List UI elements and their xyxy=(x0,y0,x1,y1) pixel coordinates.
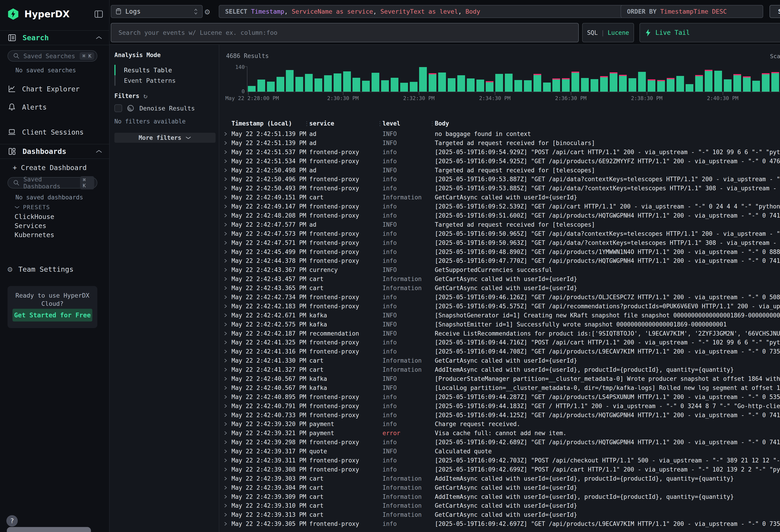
table-row[interactable]: May 22 2:42:50.498 PMadINFOTargeted ad r… xyxy=(220,166,780,175)
table-row[interactable]: May 22 2:42:41.330 PMcartInformationGetC… xyxy=(220,356,780,365)
order-by-input[interactable]: ORDER BY TimestampTime DESC xyxy=(621,5,763,18)
histogram-bar[interactable] xyxy=(771,73,779,92)
histogram-bar[interactable] xyxy=(629,78,636,92)
histogram-bar[interactable] xyxy=(495,74,503,92)
histogram-bar[interactable] xyxy=(552,80,560,92)
table-row[interactable]: May 22 2:42:50.493 PMfrontend-proxyinfo[… xyxy=(220,184,780,193)
histogram-bar[interactable] xyxy=(648,81,655,92)
denoise-checkbox[interactable] xyxy=(114,104,122,112)
histogram-bar[interactable] xyxy=(352,78,360,92)
column-resize-handle[interactable]: ⋮ xyxy=(429,120,435,127)
histogram-bar[interactable] xyxy=(619,76,627,92)
histogram-bar[interactable] xyxy=(419,67,427,92)
table-row[interactable]: May 22 2:42:51.139 PMadINFOno baggage fo… xyxy=(220,129,780,139)
sidebar-collapse-icon[interactable] xyxy=(95,10,103,18)
bottom-widget-partial[interactable] xyxy=(7,527,91,532)
table-row[interactable]: May 22 2:42:39.309 PMcartInformationAddI… xyxy=(220,492,780,501)
column-resize-handle[interactable]: ⋮ xyxy=(304,120,309,127)
lang-lucene[interactable]: Lucene xyxy=(607,29,629,36)
histogram-bar[interactable] xyxy=(277,77,284,92)
table-row[interactable]: May 22 2:42:39.304 PMcartInformationGetC… xyxy=(220,483,780,492)
histogram-bar[interactable] xyxy=(429,74,436,92)
get-started-button[interactable]: Get Started for Free xyxy=(12,309,92,322)
help-button[interactable]: ? xyxy=(6,515,18,527)
histogram-bar[interactable] xyxy=(638,72,646,92)
table-row[interactable]: May 22 2:42:39.313 PMcartInformationGetC… xyxy=(220,510,780,519)
table-row[interactable]: May 22 2:42:39.310 PMcartInformationGetC… xyxy=(220,501,780,511)
save-button[interactable]: Save xyxy=(770,5,780,18)
table-row[interactable]: May 22 2:42:39.298 PMfrontend-proxyinfo[… xyxy=(220,438,780,447)
search-input[interactable]: Search your events w/ Lucene ex. column:… xyxy=(111,23,579,42)
preset-clickhouse[interactable]: ClickHouse xyxy=(14,213,54,221)
preset-services[interactable]: Services xyxy=(14,222,46,230)
table-row[interactable]: May 22 2:42:41.327 PMcartInformationAddI… xyxy=(220,365,780,374)
histogram-bar[interactable] xyxy=(515,80,522,92)
table-row[interactable]: May 22 2:42:41.316 PMfrontend-proxyinfo[… xyxy=(220,347,780,356)
histogram-bar[interactable] xyxy=(676,76,684,92)
histogram-bar[interactable] xyxy=(334,74,341,92)
table-row[interactable]: May 22 2:42:45.499 PMfrontend-proxyinfo[… xyxy=(220,247,780,256)
table-row[interactable]: May 22 2:42:42.187 PMrecommendationINFOR… xyxy=(220,329,780,338)
table-row[interactable]: May 22 2:42:51.537 PMfrontend-proxyinfo[… xyxy=(220,148,780,157)
table-row[interactable]: May 22 2:42:51.534 PMfrontend-proxyinfo[… xyxy=(220,157,780,166)
table-row[interactable]: May 22 2:42:43.457 PMcartInformationGetC… xyxy=(220,275,780,284)
table-row[interactable]: May 22 2:42:39.321 PMpaymenterrorVisa ca… xyxy=(220,429,780,438)
histogram-bar[interactable] xyxy=(714,71,722,92)
histogram-bar[interactable] xyxy=(248,86,256,92)
histogram-bar[interactable] xyxy=(295,77,303,92)
histogram-bar[interactable] xyxy=(610,74,618,92)
histogram-bar[interactable] xyxy=(267,82,275,92)
table-row[interactable]: May 22 2:42:40.733 PMfrontend-proxyinfo[… xyxy=(220,410,780,420)
live-tail-button[interactable]: Live Tail xyxy=(639,23,780,42)
histogram-bar[interactable] xyxy=(695,76,703,92)
table-row[interactable]: May 22 2:42:40.791 PMfrontend-proxyinfo[… xyxy=(220,401,780,410)
histogram-bar[interactable] xyxy=(524,80,532,92)
histogram-bar[interactable] xyxy=(467,79,475,92)
sidebar-item-alerts[interactable]: Alerts xyxy=(0,101,109,113)
histogram-bar[interactable] xyxy=(257,80,265,92)
histogram-bar[interactable] xyxy=(372,73,379,92)
table-row[interactable]: May 22 2:42:43.365 PMcartInformationGetC… xyxy=(220,284,780,293)
table-row[interactable]: May 22 2:42:39.308 PMfrontend-proxyinfo[… xyxy=(220,465,780,474)
table-row[interactable]: May 22 2:42:51.139 PMadINFOTargeted ad r… xyxy=(220,139,780,148)
histogram-bar[interactable] xyxy=(724,79,732,92)
histogram-bar[interactable] xyxy=(686,84,693,92)
preset-kubernetes[interactable]: Kubernetes xyxy=(14,231,54,239)
table-row[interactable]: May 22 2:42:42.671 PMkafkaINFO[SnapshotG… xyxy=(220,311,780,320)
sidebar-item-team-settings[interactable]: ⚙ Team Settings xyxy=(0,263,109,276)
histogram-bar[interactable] xyxy=(324,75,332,92)
col-service[interactable]: service xyxy=(309,120,377,127)
table-row[interactable]: May 22 2:42:40.567 PMkafkaINFO[ProducerS… xyxy=(220,374,780,383)
table-row[interactable]: May 22 2:42:49.151 PMcartInformationGetC… xyxy=(220,193,780,202)
histogram-bar[interactable] xyxy=(562,79,570,92)
more-filters-button[interactable]: More filters xyxy=(114,133,215,143)
table-row[interactable]: May 22 2:42:50.496 PMfrontend-proxyinfo[… xyxy=(220,175,780,184)
refresh-filters-icon[interactable]: ↻ xyxy=(144,92,148,100)
denoise-results-row[interactable]: Denoise Results xyxy=(114,104,195,112)
table-row[interactable]: May 22 2:42:47.577 PMadINFOTargeted ad r… xyxy=(220,220,780,229)
table-row[interactable]: May 22 2:42:39.303 PMcartInformationAddI… xyxy=(220,474,780,483)
histogram-bar[interactable] xyxy=(305,74,313,92)
table-row[interactable]: May 22 2:42:42.575 PMkafkaINFO[SnapshotE… xyxy=(220,320,780,329)
histogram-bar[interactable] xyxy=(343,71,351,92)
histogram-bar[interactable] xyxy=(505,74,513,92)
histogram-bar[interactable] xyxy=(457,75,465,92)
query-language-toggle[interactable]: SQL | Lucene xyxy=(582,23,634,42)
histogram-bar[interactable] xyxy=(667,79,675,92)
histogram-bar[interactable] xyxy=(410,82,418,92)
table-row[interactable]: May 22 2:42:42.734 PMfrontend-proxyinfo[… xyxy=(220,293,780,302)
histogram-bar[interactable] xyxy=(572,73,579,92)
table-row[interactable]: May 22 2:42:39.317 PMquoteINFOCalculated… xyxy=(220,447,780,456)
col-level[interactable]: level xyxy=(383,120,429,127)
presets-toggle[interactable]: PRESETS xyxy=(14,204,50,210)
saved-dashboards-input[interactable]: Saved Dashboards ⌘ K xyxy=(7,177,97,189)
histogram-bar[interactable] xyxy=(391,78,398,92)
table-row[interactable]: May 22 2:42:47.573 PMfrontend-proxyinfo[… xyxy=(220,229,780,238)
histogram-bar[interactable] xyxy=(476,80,484,92)
histogram-bar[interactable] xyxy=(762,74,770,92)
histogram-bar[interactable] xyxy=(314,79,322,92)
col-body[interactable]: Body xyxy=(435,120,780,127)
table-row[interactable]: May 22 2:42:40.567 PMkafkaINFO[LocalLog … xyxy=(220,383,780,392)
saved-searches-input[interactable]: Saved Searches ⌘ K xyxy=(7,50,97,62)
table-row[interactable]: May 22 2:42:47.571 PMfrontend-proxyinfo[… xyxy=(220,238,780,247)
